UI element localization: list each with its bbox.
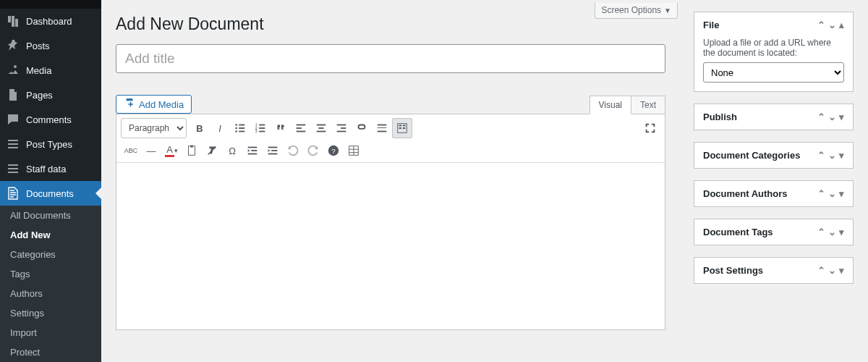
move-down-icon[interactable]: ⌄	[828, 188, 836, 199]
metabox-authors-header[interactable]: Document Authors ⌃⌄▾	[694, 181, 853, 206]
align-center-button[interactable]	[311, 118, 331, 138]
move-up-icon[interactable]: ⌃	[817, 227, 825, 237]
blockquote-button[interactable]	[271, 118, 291, 138]
hr-button[interactable]: —	[141, 140, 161, 161]
text-color-button[interactable]: A▾	[161, 140, 182, 161]
editor-content-area[interactable]	[116, 163, 665, 329]
media-icon	[124, 98, 135, 110]
title-input[interactable]	[116, 44, 665, 73]
submenu-item-import[interactable]: Import	[0, 323, 101, 342]
special-char-button[interactable]: Ω	[222, 140, 242, 161]
submenu-item-categories[interactable]: Categories	[0, 245, 101, 264]
tab-text[interactable]: Text	[631, 96, 665, 114]
paste-text-button[interactable]	[182, 140, 202, 161]
collapse-icon[interactable]: ▾	[839, 111, 844, 122]
svg-rect-37	[268, 153, 278, 155]
svg-point-2	[235, 127, 237, 130]
clear-formatting-button[interactable]	[202, 140, 222, 161]
submenu-item-authors[interactable]: Authors	[0, 284, 101, 303]
sidebar-item-label: Posts	[26, 41, 50, 51]
fullscreen-button[interactable]	[640, 118, 660, 138]
sidebar-item-label: Comments	[26, 114, 72, 125]
indent-button[interactable]	[263, 140, 283, 161]
bullet-list-button[interactable]	[230, 118, 250, 138]
move-up-icon[interactable]: ⌃	[817, 150, 825, 161]
sidebar-item-staff-data[interactable]: Staff data	[0, 156, 101, 181]
move-down-icon[interactable]: ⌄	[828, 20, 836, 30]
svg-rect-1	[239, 125, 244, 126]
collapse-icon[interactable]: ▾	[839, 150, 844, 161]
redo-button[interactable]	[303, 140, 323, 161]
move-up-icon[interactable]: ⌃	[817, 265, 825, 276]
svg-rect-21	[378, 125, 387, 126]
metabox-publish-header[interactable]: Publish ⌃⌄▾	[694, 104, 853, 130]
metabox-authors-title: Document Authors	[703, 188, 788, 199]
collapse-icon[interactable]: ▾	[839, 188, 844, 199]
metabox-tags-header[interactable]: Document Tags ⌃⌄▾	[694, 219, 853, 245]
svg-text:3: 3	[255, 129, 258, 133]
svg-rect-34	[248, 153, 258, 155]
file-source-select[interactable]: None	[703, 62, 844, 83]
sidebar-item-dashboard[interactable]: Dashboard	[0, 9, 101, 33]
svg-rect-36	[271, 150, 277, 151]
submenu-item-tags[interactable]: Tags	[0, 264, 101, 284]
italic-button[interactable]: I	[210, 118, 230, 138]
screen-options-button[interactable]: Screen Options ▼	[595, 3, 678, 19]
metabox-file-hint: Upload a file or add a URL where the doc…	[703, 38, 844, 58]
submenu-item-all-documents[interactable]: All Documents	[0, 206, 101, 225]
editor-toolbar: Paragraph B I 123 ABC — A▾	[116, 114, 665, 163]
outdent-button[interactable]	[242, 140, 263, 161]
pages-icon	[6, 88, 20, 102]
add-media-button[interactable]: Add Media	[116, 95, 192, 114]
list-icon	[6, 137, 20, 151]
sidebar-item-pages[interactable]: Pages	[0, 83, 101, 107]
strikethrough-button[interactable]: ABC	[121, 140, 141, 161]
metabox-post-settings-header[interactable]: Post Settings ⌃⌄▾	[694, 258, 853, 283]
move-down-icon[interactable]: ⌄	[828, 111, 836, 122]
move-down-icon[interactable]: ⌄	[828, 227, 836, 237]
metabox-file-header[interactable]: File ⌃ ⌄ ▴	[694, 12, 853, 38]
svg-text:?: ?	[331, 147, 336, 155]
svg-rect-28	[403, 127, 406, 129]
svg-rect-19	[341, 127, 346, 129]
collapse-icon[interactable]: ▾	[839, 227, 844, 237]
bold-button[interactable]: B	[190, 118, 210, 138]
link-button[interactable]	[352, 118, 372, 138]
sidebar-item-comments[interactable]: Comments	[0, 107, 101, 132]
sidebar-item-posts[interactable]: Posts	[0, 33, 101, 58]
sidebar-item-documents[interactable]: Documents	[0, 181, 101, 206]
format-select[interactable]: Paragraph	[121, 118, 187, 138]
metabox-categories: Document Categories ⌃⌄▾	[694, 142, 854, 169]
move-up-icon[interactable]: ⌃	[817, 111, 825, 122]
admin-sidebar: Dashboard Posts Media Pages Comments	[0, 0, 101, 362]
help-button[interactable]: ?	[323, 140, 344, 161]
move-down-icon[interactable]: ⌄	[828, 265, 836, 276]
undo-button[interactable]	[283, 140, 303, 161]
table-button[interactable]	[344, 140, 364, 161]
align-left-button[interactable]	[291, 118, 311, 138]
metabox-categories-header[interactable]: Document Categories ⌃⌄▾	[694, 143, 853, 168]
toolbar-toggle-button[interactable]	[392, 118, 412, 138]
metabox-file-title: File	[703, 20, 719, 30]
sidebar-item-label: Media	[26, 65, 51, 76]
main-content: Screen Options ▼ Add New Document Add Me…	[101, 0, 692, 362]
metabox-tags-title: Document Tags	[703, 227, 773, 237]
submenu-item-protect[interactable]: Protect	[0, 342, 101, 362]
number-list-button[interactable]: 123	[250, 118, 271, 138]
sidebar-item-media[interactable]: Media	[0, 58, 101, 83]
submenu-item-settings[interactable]: Settings	[0, 303, 101, 323]
tab-visual[interactable]: Visual	[590, 96, 631, 114]
collapse-icon[interactable]: ▴	[839, 20, 844, 30]
readmore-button[interactable]	[372, 118, 392, 138]
move-up-icon[interactable]: ⌃	[817, 20, 825, 30]
align-right-button[interactable]	[331, 118, 352, 138]
sidebar-item-post-types[interactable]: Post Types	[0, 132, 101, 156]
sidebar-item-label: Staff data	[26, 164, 66, 174]
collapse-icon[interactable]: ▾	[839, 265, 844, 276]
submenu-item-add-new[interactable]: Add New	[0, 225, 101, 245]
svg-rect-18	[337, 125, 346, 126]
move-down-icon[interactable]: ⌄	[828, 150, 836, 161]
svg-rect-29	[189, 146, 195, 156]
move-up-icon[interactable]: ⌃	[817, 188, 825, 199]
media-icon	[6, 63, 20, 77]
